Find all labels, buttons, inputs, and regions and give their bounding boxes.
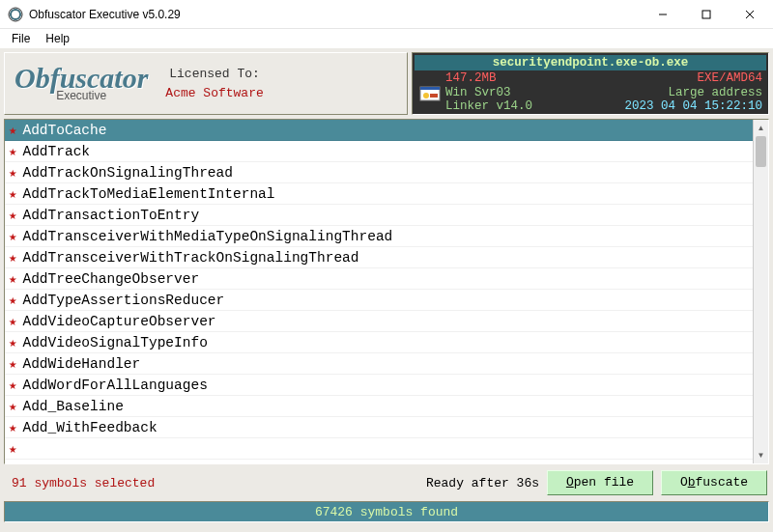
file-timestamp: 2023 04 04 15:22:10 (579, 99, 762, 113)
menu-help[interactable]: Help (38, 30, 77, 47)
file-linker: Linker v14.0 (445, 99, 579, 113)
file-arch: EXE/AMD64 (579, 71, 762, 85)
file-name: securityendpoint.exe-ob.exe (415, 55, 766, 70)
menu-file[interactable]: File (4, 30, 38, 47)
license-label: Licensed To: (165, 65, 263, 84)
symbol-name: AddTrack (22, 144, 90, 159)
symbol-name: AddTypeAssertionsReducer (22, 293, 224, 308)
symbol-row[interactable]: ★AddTransactionToEntry (5, 205, 753, 226)
symbol-row[interactable]: ★AddWideHandler (5, 353, 753, 375)
symbol-name: Add_Baseline (22, 399, 123, 414)
license-block: Licensed To: Acme Software (165, 65, 263, 102)
symbol-row[interactable]: ★AddTransceiverWithTrackOnSignalingThrea… (5, 247, 753, 268)
star-icon: ★ (9, 185, 16, 202)
ready-status: Ready after 36s (426, 476, 539, 490)
scroll-thumb[interactable] (756, 136, 766, 167)
star-icon: ★ (9, 334, 16, 350)
symbol-row[interactable]: ★AddToCache (5, 120, 753, 141)
star-icon: ★ (9, 440, 16, 457)
file-size: 147.2MB (445, 71, 579, 85)
symbol-name: AddVideoCaptureObserver (22, 314, 215, 329)
logo-sub: Executive (56, 89, 106, 102)
exe-icon (418, 81, 442, 104)
star-icon: ★ (9, 270, 16, 287)
symbol-row[interactable]: ★AddTrackToMediaElementInternal (5, 183, 753, 205)
symbol-row[interactable]: ★AddTypeAssertionsReducer (5, 290, 753, 311)
symbol-name: AddTransactionToEntry (22, 208, 199, 223)
window-title: Obfuscator Executive v5.0.29 (29, 8, 181, 21)
file-flag: Large address (579, 86, 762, 99)
symbol-name: AddTreeChangeObserver (22, 271, 199, 287)
star-icon: ★ (9, 377, 16, 393)
symbol-list[interactable]: ★AddToCache★AddTrack★AddTrackOnSignaling… (4, 119, 769, 464)
symbol-name: AddTransceiverWithTrackOnSignalingThread (22, 250, 358, 266)
star-icon: ★ (9, 207, 16, 223)
symbol-name: AddVideoSignalTypeInfo (22, 335, 207, 350)
selection-status: 91 symbols selected (6, 476, 155, 490)
menubar: File Help (0, 29, 773, 48)
symbol-name: AddWordForAllLanguages (22, 378, 207, 393)
star-icon: ★ (9, 419, 16, 435)
footer-status: 67426 symbols found (4, 501, 769, 522)
symbol-row[interactable]: ★AddTransceiverWithMediaTypeOnSignalingT… (5, 226, 753, 247)
symbol-name: AddToCache (22, 123, 106, 138)
maximize-button[interactable] (684, 0, 728, 28)
scroll-up-button[interactable]: ▲ (754, 120, 768, 136)
symbol-row[interactable]: ★AddVideoCaptureObserver (5, 311, 753, 332)
star-icon: ★ (9, 313, 16, 329)
symbol-name: AddWideHandler (22, 356, 140, 372)
titlebar: Obfuscator Executive v5.0.29 (0, 0, 773, 29)
star-icon: ★ (9, 355, 16, 372)
symbol-name: Add_WithFeedback (22, 420, 157, 435)
license-company: Acme Software (165, 84, 263, 103)
symbol-row[interactable]: ★AddTreeChangeObserver (5, 268, 753, 290)
symbol-row[interactable]: ★Add_Baseline (5, 396, 753, 417)
app-icon (8, 7, 23, 22)
file-os: Win Svr03 (445, 86, 579, 99)
logo-main: Obfuscator (14, 65, 148, 91)
symbol-row[interactable]: ★AddTrack (5, 141, 753, 162)
star-icon: ★ (9, 292, 16, 308)
svg-rect-8 (430, 94, 438, 98)
close-button[interactable] (728, 0, 771, 28)
star-icon: ★ (9, 143, 16, 159)
minimize-button[interactable] (641, 0, 684, 28)
file-info-panel: securityendpoint.exe-ob.exe 147.2MB EXE/… (412, 52, 769, 115)
svg-point-7 (423, 93, 429, 98)
open-file-button[interactable]: Open file (547, 470, 653, 495)
scroll-down-button[interactable]: ▼ (754, 447, 768, 463)
symbol-row[interactable]: ★AddTrackOnSignalingThread (5, 162, 753, 183)
star-icon: ★ (9, 122, 16, 138)
symbol-row[interactable]: ★AddVideoSignalTypeInfo (5, 332, 753, 353)
star-icon: ★ (9, 164, 16, 181)
scrollbar[interactable]: ▲ ▼ (753, 120, 768, 463)
symbol-name: AddTrackOnSignalingThread (22, 165, 233, 181)
star-icon: ★ (9, 249, 16, 266)
obfuscate-button[interactable]: Obfuscate (661, 470, 767, 495)
symbol-name: AddTransceiverWithMediaTypeOnSignalingTh… (22, 229, 392, 244)
symbol-row[interactable]: ★Add_WithFeedback (5, 417, 753, 438)
symbol-name: AddTrackToMediaElementInternal (22, 186, 274, 202)
symbol-row[interactable]: ★ (5, 438, 753, 460)
star-icon: ★ (9, 228, 16, 244)
symbol-row[interactable]: ★AddWordForAllLanguages (5, 375, 753, 396)
svg-rect-6 (420, 87, 440, 90)
svg-rect-2 (702, 11, 710, 18)
star-icon: ★ (9, 398, 16, 414)
logo-panel: Obfuscator Executive Licensed To: Acme S… (4, 52, 408, 115)
